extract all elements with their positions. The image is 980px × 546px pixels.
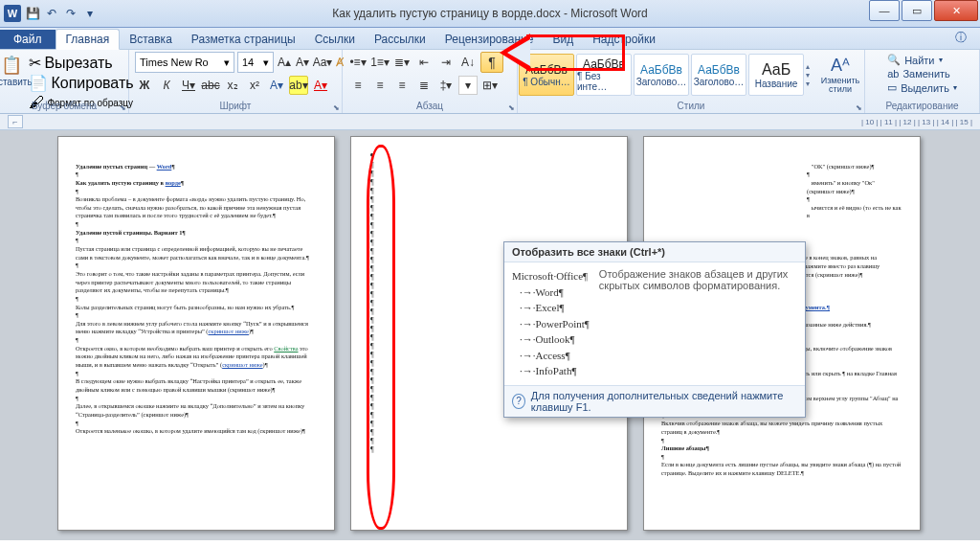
- shading-button[interactable]: ▾: [458, 76, 478, 95]
- redo-icon[interactable]: ↷: [63, 6, 78, 21]
- cut-label: Вырезать: [44, 55, 112, 72]
- text-effects-button[interactable]: A▾: [267, 76, 286, 95]
- font-color-button[interactable]: A▾: [311, 76, 330, 95]
- tab-addins[interactable]: Надстройки: [583, 30, 665, 49]
- underline-button[interactable]: Ч▾: [179, 76, 198, 95]
- tab-references[interactable]: Ссылки: [305, 30, 365, 49]
- chevron-down-icon: ▾: [263, 57, 269, 69]
- sort-button[interactable]: A↓: [458, 53, 478, 72]
- quick-access-toolbar: W 💾 ↶ ↷ ▾: [0, 5, 101, 22]
- italic-button[interactable]: К: [157, 76, 176, 95]
- show-marks-button[interactable]: ¶: [480, 52, 503, 73]
- cut-button[interactable]: ✂Вырезать: [29, 54, 133, 72]
- ribbon-tabs: Файл Главная Вставка Разметка страницы С…: [0, 28, 980, 50]
- tooltip-title: Отобразить все знаки (Ctrl+*): [504, 242, 805, 262]
- style-no-spacing[interactable]: АаБбВв¶ Без инте…: [576, 54, 632, 96]
- show-marks-tooltip: Отобразить все знаки (Ctrl+*) Microsoft·…: [503, 241, 806, 418]
- tab-home[interactable]: Главная: [56, 29, 121, 50]
- tab-mailings[interactable]: Рассылки: [365, 30, 435, 49]
- highlight-button[interactable]: ab▾: [289, 76, 308, 95]
- replace-button[interactable]: abЗаменить: [887, 68, 957, 80]
- numbering-button[interactable]: 1≡▾: [370, 53, 390, 72]
- group-clipboard: 📋 Вставить ✂Вырезать 📄Копировать 🖌Формат…: [0, 50, 129, 113]
- ruler: ⌐ | 10 | | 11 | | 12 | | 13 | | 14 | | 1…: [0, 114, 980, 130]
- styles-scroll-up-icon[interactable]: ▴: [806, 62, 815, 71]
- paste-icon: 📋: [0, 54, 23, 77]
- group-paragraph: •≡▾ 1≡▾ ≣▾ ⇤ ⇥ A↓ ¶ ≡ ≡ ≡ ≣ ‡▾ ▾ ⊞▾ Абза…: [343, 50, 518, 113]
- tooltip-f1-hint: Для получения дополнительных сведений на…: [531, 390, 797, 413]
- minimize-button[interactable]: —: [869, 0, 900, 21]
- clipboard-launcher-icon[interactable]: ⬊: [120, 103, 126, 112]
- tab-review[interactable]: Рецензирование: [435, 30, 544, 49]
- change-styles-button[interactable]: Aᴬ Изменить стили: [817, 52, 863, 98]
- select-button[interactable]: ▭Выделить▾: [887, 81, 957, 94]
- indent-button[interactable]: ⇥: [436, 53, 456, 72]
- copy-button[interactable]: 📄Копировать: [29, 74, 133, 92]
- font-family-select[interactable]: Times New Ro▾: [135, 52, 234, 73]
- window-controls: — ▭ ✕: [869, 0, 980, 21]
- superscript-button[interactable]: x²: [245, 76, 264, 95]
- scissors-icon: ✂: [29, 54, 41, 72]
- align-right-button[interactable]: ≡: [392, 76, 412, 95]
- justify-button[interactable]: ≣: [414, 76, 434, 95]
- styles-scroll-down-icon[interactable]: ▾: [806, 71, 815, 80]
- styles-more-icon[interactable]: ▾: [806, 80, 815, 88]
- style-heading2[interactable]: АаБбВвЗаголово…: [691, 54, 746, 96]
- style-normal[interactable]: АаБбВв¶ Обычн…: [519, 54, 574, 96]
- styles-launcher-icon[interactable]: ⬊: [856, 103, 862, 112]
- document-page-1[interactable]: Удаление пустых страниц — Word¶ ¶ Как уд…: [57, 136, 335, 531]
- cursor-icon: ▭: [887, 81, 897, 94]
- ruler-scale: | 10 | | 11 | | 12 | | 13 | | 14 | | 15 …: [861, 118, 972, 126]
- font-size-value: 14: [242, 57, 254, 68]
- strike-button[interactable]: abc: [201, 76, 220, 95]
- tab-selector-icon[interactable]: ⌐: [8, 115, 23, 128]
- help-icon: ?: [512, 394, 525, 409]
- change-styles-label: Изменить стили: [817, 77, 863, 94]
- style-title[interactable]: АаБНазвание: [748, 54, 804, 96]
- align-left-button[interactable]: ≡: [348, 76, 368, 95]
- tab-insert[interactable]: Вставка: [120, 30, 182, 49]
- group-styles: АаБбВв¶ Обычн… АаБбВв¶ Без инте… АаБбВвЗ…: [518, 50, 865, 113]
- tab-page-layout[interactable]: Разметка страницы: [182, 30, 305, 49]
- search-icon: 🔍: [887, 54, 901, 66]
- change-styles-icon: Aᴬ: [829, 54, 852, 77]
- group-font-label: Шрифт: [129, 100, 342, 112]
- outdent-button[interactable]: ⇤: [414, 53, 434, 72]
- group-clipboard-label: Буфер обмена: [0, 100, 128, 112]
- group-font: Times New Ro▾ 14▾ A▴ A▾ Aa▾ Ⱥ Ж К Ч▾ abc…: [129, 50, 343, 113]
- grow-font-button[interactable]: A▴: [277, 53, 292, 72]
- undo-icon[interactable]: ↶: [44, 6, 59, 21]
- copy-icon: 📄: [29, 74, 48, 92]
- paragraph-launcher-icon[interactable]: ⬊: [508, 103, 515, 112]
- window-title: Как удалить пустую страницу в ворде.docx…: [0, 7, 980, 20]
- help-icon[interactable]: ⓘ: [946, 27, 976, 49]
- ribbon: 📋 Вставить ✂Вырезать 📄Копировать 🖌Формат…: [0, 50, 980, 114]
- font-family-value: Times New Ro: [140, 57, 209, 68]
- find-button[interactable]: 🔍Найти▾: [887, 54, 957, 66]
- font-launcher-icon[interactable]: ⬊: [333, 103, 340, 112]
- document-area[interactable]: Отобразить все знаки (Ctrl+*) Microsoft·…: [0, 130, 980, 540]
- multilevel-button[interactable]: ≣▾: [392, 53, 412, 72]
- align-center-button[interactable]: ≡: [370, 76, 390, 95]
- change-case-button[interactable]: Aa▾: [313, 53, 332, 72]
- bold-button[interactable]: Ж: [135, 76, 154, 95]
- word-icon: W: [4, 5, 21, 22]
- tab-file[interactable]: Файл: [0, 30, 56, 49]
- tooltip-description: Отображение знаков абзацев и других скры…: [599, 268, 797, 379]
- qat-dropdown-icon[interactable]: ▾: [82, 6, 98, 21]
- tab-view[interactable]: Вид: [543, 30, 583, 49]
- font-size-select[interactable]: 14▾: [237, 52, 274, 73]
- paste-button[interactable]: 📋 Вставить: [0, 52, 29, 98]
- maximize-button[interactable]: ▭: [902, 0, 932, 21]
- save-icon[interactable]: 💾: [25, 6, 40, 21]
- subscript-button[interactable]: x₂: [223, 76, 242, 95]
- tooltip-footer: ? Для получения дополнительных сведений …: [504, 385, 805, 417]
- shrink-font-button[interactable]: A▾: [295, 53, 310, 72]
- paste-label: Вставить: [0, 77, 33, 87]
- close-button[interactable]: ✕: [934, 0, 978, 21]
- borders-button[interactable]: ⊞▾: [480, 76, 500, 95]
- line-spacing-button[interactable]: ‡▾: [436, 76, 456, 95]
- bullets-button[interactable]: •≡▾: [348, 53, 368, 72]
- group-styles-label: Стили: [518, 100, 864, 112]
- style-heading1[interactable]: АаБбВвЗаголово…: [634, 54, 689, 96]
